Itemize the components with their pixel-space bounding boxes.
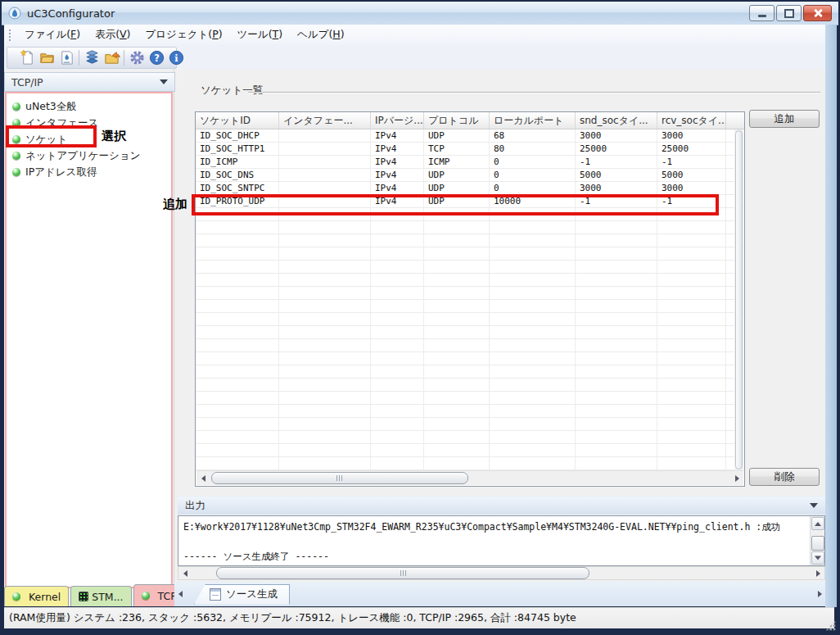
settings-gear-button[interactable]	[127, 48, 147, 68]
delete-socket-button[interactable]: 削除	[749, 468, 820, 486]
table-cell: IPv4	[371, 169, 424, 181]
table-row-empty[interactable]	[196, 300, 744, 313]
column-header-6[interactable]: rcv_socタイ...	[657, 112, 726, 129]
table-cell	[371, 339, 424, 352]
table-row-empty[interactable]	[196, 287, 744, 300]
table-row-empty[interactable]	[196, 326, 744, 339]
column-header-2[interactable]: IPバージ...	[371, 112, 424, 129]
table-cell	[279, 444, 371, 456]
close-button[interactable]	[803, 5, 832, 21]
generate-source-button[interactable]	[82, 48, 102, 68]
title-bar[interactable]: uC3Configurator	[2, 2, 838, 25]
table-row-empty[interactable]	[196, 247, 744, 261]
scroll-right-icon[interactable]	[811, 567, 824, 580]
sidebar-tab-kernel[interactable]: Kernel	[4, 586, 69, 606]
table-row-empty[interactable]	[196, 379, 744, 392]
sidebar-tab-label: STM...	[92, 591, 123, 603]
table-row-id_soc_http1[interactable]: ID_SOC_HTTP1IPv4TCP802500025000	[196, 143, 744, 156]
table-row-id_soc_sntpc[interactable]: ID_SOC_SNTPCIPv4UDP030003000	[196, 182, 744, 195]
table-row-empty[interactable]	[196, 392, 744, 405]
table-row-id_soc_dhcp[interactable]: ID_SOC_DHCPIPv4UDP6830003000	[196, 129, 744, 143]
minimize-button[interactable]	[749, 5, 775, 21]
output-text-area[interactable]: E:¥work¥2017¥1128¥uNet3Cmp_STM32F4_EWARM…	[178, 515, 825, 566]
save-file-icon	[58, 49, 75, 66]
table-cell	[657, 300, 726, 312]
table-cell: ID_SOC_DHCP	[196, 129, 279, 142]
table-horizontal-scrollbar[interactable]	[196, 470, 743, 485]
tab-source-generation[interactable]: ソース生成	[194, 584, 290, 605]
table-row-empty[interactable]	[196, 221, 744, 234]
sidebar-item-3[interactable]: ネットアプリケーション	[7, 147, 171, 164]
output-vertical-scrollbar[interactable]	[810, 516, 824, 565]
table-row-id_icmp[interactable]: ID_ICMPIPv4ICMP0-1-1	[196, 156, 744, 169]
table-cell: 3000	[657, 129, 726, 142]
column-header-5[interactable]: snd_socタイ...	[576, 112, 657, 129]
menu-item-h[interactable]: ヘルプ(H)	[290, 25, 352, 44]
tab-source-generation-label: ソース生成	[226, 587, 278, 601]
column-header-4[interactable]: ローカルポート	[490, 112, 576, 129]
about-info-button[interactable]: i	[166, 48, 186, 68]
column-header-3[interactable]: プロトコル	[424, 112, 490, 129]
toolbar-separator	[79, 50, 79, 66]
output-horizontal-scrollbar[interactable]	[178, 566, 825, 580]
menu-item-t[interactable]: ツール(T)	[230, 25, 291, 44]
table-cell	[196, 313, 279, 325]
add-socket-button[interactable]: 追加	[749, 110, 820, 128]
sidebar-item-4[interactable]: IPアドレス取得	[7, 164, 171, 180]
table-cell	[196, 379, 279, 391]
scroll-left-icon[interactable]	[196, 472, 210, 485]
column-header-1[interactable]: インタフェー...	[279, 112, 371, 129]
scroll-up-icon[interactable]	[811, 517, 824, 530]
sidebar-item-0[interactable]: uNet3全般	[7, 98, 171, 115]
output-panel-header[interactable]: 出力	[178, 496, 825, 515]
table-cell	[424, 405, 490, 417]
table-cell	[657, 444, 726, 456]
table-cell: ID_SOC_DNS	[196, 169, 279, 181]
table-cell	[371, 379, 424, 391]
table-row-empty[interactable]	[196, 274, 744, 287]
output-collapse-icon[interactable]	[810, 503, 818, 508]
table-cell	[196, 261, 279, 273]
table-cell	[371, 444, 424, 456]
table-row-empty[interactable]	[196, 457, 744, 470]
table-row-empty[interactable]	[196, 405, 744, 418]
menubar-gripper[interactable]	[8, 29, 11, 42]
table-cell	[196, 326, 279, 338]
new-file-button[interactable]	[17, 48, 37, 68]
menu-item-p[interactable]: プロジェクト(P)	[138, 25, 230, 44]
table-cell	[657, 234, 726, 247]
table-row-empty[interactable]	[196, 352, 744, 365]
scroll-left-icon[interactable]	[178, 567, 192, 580]
sidebar-tabs: KernelSTM...TCP/IP	[4, 585, 199, 606]
socket-table-header[interactable]: ソケットIDインタフェー...IPバージ...プロトコルローカルポートsnd_s…	[196, 112, 744, 129]
open-file-button[interactable]	[37, 48, 56, 68]
table-vertical-scrollbar[interactable]	[734, 129, 743, 470]
table-row-empty[interactable]	[196, 313, 744, 326]
table-row-empty[interactable]	[196, 418, 744, 431]
tab-scroll-right-icon[interactable]	[814, 591, 825, 597]
table-cell	[490, 431, 576, 443]
save-file-button[interactable]	[56, 48, 76, 68]
menu-bar: ファイル(F)表示(V)プロジェクト(P)ツール(T)ヘルプ(H)	[4, 25, 825, 46]
table-row-empty[interactable]	[196, 365, 744, 379]
project-settings-button[interactable]	[102, 48, 121, 68]
about-info-icon: i	[168, 49, 185, 66]
sidebar-category-header[interactable]: TCP/IP	[4, 72, 175, 92]
socket-table[interactable]: ソケットIDインタフェー...IPバージ...プロトコルローカルポートsnd_s…	[195, 111, 745, 487]
menu-item-f[interactable]: ファイル(F)	[17, 25, 88, 44]
column-header-0[interactable]: ソケットID	[196, 112, 279, 129]
table-row-empty[interactable]	[196, 339, 744, 352]
table-row-empty[interactable]	[196, 234, 744, 247]
table-row-id_soc_dns[interactable]: ID_SOC_DNSIPv4UDP050005000	[196, 169, 744, 182]
table-row-empty[interactable]	[196, 261, 744, 274]
maximize-button[interactable]	[776, 5, 802, 21]
table-row-empty[interactable]	[196, 431, 744, 444]
scroll-right-icon[interactable]	[730, 472, 743, 485]
scroll-down-icon[interactable]	[811, 551, 824, 565]
tab-scroll-left-icon[interactable]	[174, 591, 186, 597]
table-cell: 25000	[576, 143, 657, 155]
help-button[interactable]: ?	[147, 48, 166, 68]
menu-item-v[interactable]: 表示(V)	[88, 25, 138, 44]
table-row-empty[interactable]	[196, 444, 744, 457]
sidebar-tab-stm[interactable]: STM...	[70, 586, 131, 606]
